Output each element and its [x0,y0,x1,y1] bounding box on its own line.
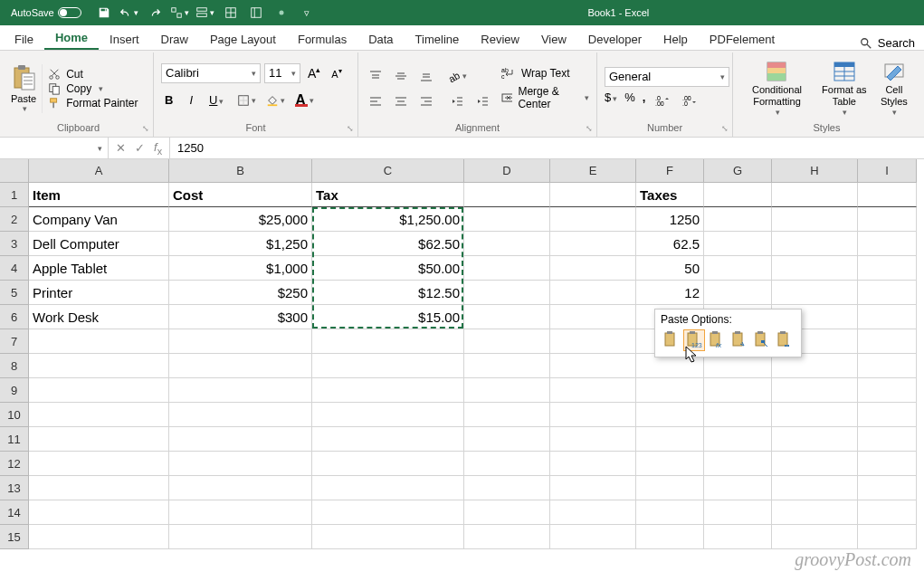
cell[interactable] [704,525,772,549]
row-header-13[interactable]: 13 [0,476,29,500]
col-header-C[interactable]: C [312,159,464,183]
format-painter-button[interactable]: Format Painter [48,97,138,110]
cell[interactable] [858,207,917,232]
tab-pagelayout[interactable]: Page Layout [199,29,287,50]
tab-help[interactable]: Help [653,29,699,50]
conditional-formatting-button[interactable]: Conditional Formatting▾ [740,59,814,118]
cell[interactable] [464,256,550,281]
tab-formulas[interactable]: Formulas [287,29,357,50]
tab-insert[interactable]: Insert [99,29,150,50]
cell[interactable] [858,476,917,500]
col-header-E[interactable]: E [550,159,636,183]
search-button[interactable]: Search [860,36,915,50]
tab-pdf[interactable]: PDFelement [699,29,786,50]
cell[interactable]: Printer [29,281,169,305]
cell[interactable] [550,329,636,354]
qat-8[interactable] [270,2,293,24]
cell[interactable] [169,452,312,476]
cell[interactable] [312,378,464,403]
col-header-B[interactable]: B [169,159,312,183]
inc-indent-icon[interactable] [472,91,492,111]
cell[interactable] [29,476,169,500]
cell[interactable] [312,525,464,549]
cell[interactable] [858,378,917,403]
row-header-6[interactable]: 6 [0,305,29,329]
cell[interactable] [772,452,858,476]
cell[interactable] [29,525,169,549]
cell[interactable] [464,183,550,207]
cell[interactable] [550,281,636,305]
paste-option-transpose[interactable] [729,329,750,351]
cell[interactable] [858,500,917,525]
cancel-formula-icon[interactable]: ✕ [116,141,126,155]
orientation-icon[interactable]: ab▾ [447,66,467,86]
cell[interactable] [636,500,704,525]
font-color-button[interactable]: A▾ [294,90,314,110]
redo-icon[interactable] [143,2,167,24]
copy-button[interactable]: Copy▾ [48,82,138,95]
paste-option-keep-source[interactable] [661,329,682,351]
cell[interactable] [169,500,312,525]
cell[interactable] [550,476,636,500]
tab-view[interactable]: View [530,29,577,50]
cell[interactable] [464,354,550,378]
tab-draw[interactable]: Draw [150,29,199,50]
cell[interactable] [29,378,169,403]
align-left-icon[interactable] [366,91,386,111]
cell[interactable]: $1,250 [169,232,312,256]
paste-option-formulas[interactable]: fx [706,329,728,351]
cell[interactable] [858,452,917,476]
cell[interactable] [312,354,464,378]
qat-7[interactable] [244,2,268,24]
cell[interactable] [550,378,636,403]
cell[interactable] [550,500,636,525]
cell[interactable] [704,256,772,281]
cell[interactable]: $1,250.00 [312,207,464,232]
cell[interactable] [550,232,636,256]
cell[interactable] [636,354,704,378]
cell[interactable] [169,525,312,549]
cell[interactable] [636,403,704,427]
cell[interactable] [704,281,772,305]
tab-file[interactable]: File [4,29,44,50]
italic-button[interactable]: I [186,93,196,107]
save-icon[interactable] [92,2,116,24]
cell[interactable] [636,476,704,500]
spreadsheet-grid[interactable]: ABCDEFGHI123456789101112131415ItemCostTa… [0,159,924,557]
cell[interactable] [772,281,858,305]
align-center-icon[interactable] [391,91,411,111]
align-middle-icon[interactable] [391,66,411,86]
cell[interactable]: Tax [312,183,464,207]
cut-button[interactable]: Cut [48,68,138,81]
shrink-font-icon[interactable]: A▾ [328,67,345,80]
font-name-combo[interactable]: Calibri▾ [161,63,261,83]
qat-6[interactable] [219,2,243,24]
cell[interactable] [464,452,550,476]
grow-font-icon[interactable]: A▴ [304,65,324,81]
row-header-12[interactable]: 12 [0,452,29,476]
cell[interactable] [772,476,858,500]
cell[interactable] [858,305,917,329]
cell[interactable] [704,183,772,207]
merge-center-button[interactable]: Merge & Center▾ [501,85,589,110]
row-header-7[interactable]: 7 [0,329,29,354]
cell[interactable] [772,183,858,207]
font-size-combo[interactable]: 11▾ [264,63,300,83]
cell[interactable]: $62.50 [312,232,464,256]
qat-5[interactable]: ▾ [194,2,217,24]
cell[interactable]: Dell Computer [29,232,169,256]
cell[interactable] [29,354,169,378]
cell[interactable] [464,232,550,256]
bold-button[interactable]: B [161,93,176,107]
row-header-11[interactable]: 11 [0,427,29,452]
enter-formula-icon[interactable]: ✓ [135,141,145,155]
format-as-table-button[interactable]: Format as Table▾ [817,59,872,118]
cell[interactable] [169,427,312,452]
cell[interactable]: $12.50 [312,281,464,305]
cell[interactable]: 50 [636,256,704,281]
cell[interactable] [858,232,917,256]
accounting-button[interactable]: $▾ [605,90,617,110]
cell[interactable] [858,329,917,354]
cell[interactable] [312,427,464,452]
cell[interactable]: $1,000 [169,256,312,281]
